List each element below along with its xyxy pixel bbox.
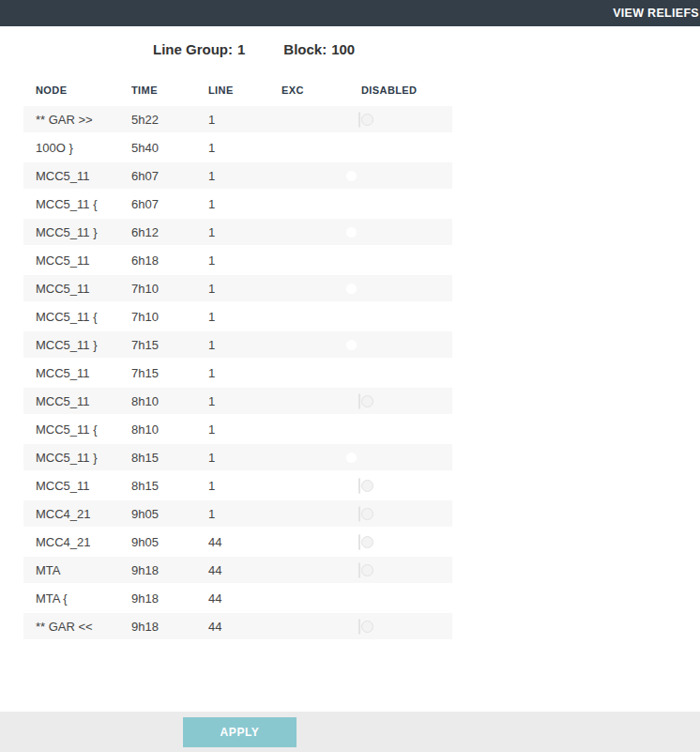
line-cell: 44 — [208, 563, 282, 577]
time-cell: 6h07 — [131, 169, 208, 183]
line-cell: 1 — [208, 113, 282, 127]
disabled-toggle[interactable] — [358, 478, 360, 494]
node-cell: MCC4_21 — [36, 507, 131, 521]
disabled-toggle[interactable] — [358, 506, 360, 522]
disabled-toggle[interactable] — [358, 534, 360, 550]
apply-button[interactable]: APPLY — [183, 717, 297, 747]
line-cell: 1 — [208, 141, 282, 155]
block-value: 100 — [331, 41, 355, 57]
node-cell: MCC5_11 } — [36, 338, 131, 352]
table-row: 100O } 5h40 1 — [23, 134, 452, 161]
line-cell: 1 — [208, 197, 282, 211]
table-row: MCC5_11 } 7h15 1 — [23, 331, 452, 358]
time-cell: 8h10 — [131, 422, 208, 437]
time-cell: 5h22 — [131, 113, 208, 127]
time-cell: 6h07 — [131, 197, 208, 211]
line-cell: 44 — [208, 591, 282, 606]
table-header-row: NODE TIME LINE EXC DISABLED — [23, 84, 452, 106]
disabled-toggle[interactable] — [358, 562, 360, 578]
table-row: ** GAR >> 5h22 1 — [23, 106, 452, 132]
time-cell: 6h18 — [131, 253, 208, 268]
line-cell: 1 — [208, 338, 282, 352]
line-cell: 1 — [208, 282, 282, 296]
table-row: MCC5_11 7h15 1 — [23, 360, 452, 386]
node-cell: MCC5_11 { — [36, 310, 131, 324]
table-row: MCC4_21 9h05 1 — [23, 500, 452, 527]
table-row: MCC5_11 { 8h10 1 — [23, 416, 452, 442]
time-cell: 9h05 — [131, 507, 208, 521]
line-cell: 1 — [208, 253, 282, 268]
time-cell: 7h10 — [131, 282, 208, 296]
line-cell: 44 — [208, 535, 282, 549]
subheader: Line Group: 1 Block: 100 — [153, 41, 700, 57]
column-header-time: TIME — [131, 84, 208, 96]
node-cell: MCC5_11 — [36, 394, 131, 408]
view-reliefs-button[interactable]: VIEW RELIEFS — [613, 7, 699, 20]
time-cell: 6h12 — [131, 225, 208, 239]
line-cell: 44 — [208, 620, 282, 634]
footer-bar: APPLY — [0, 712, 700, 752]
node-cell: ** GAR >> — [36, 113, 131, 127]
time-cell: 9h18 — [131, 563, 208, 577]
line-cell: 1 — [208, 507, 282, 521]
line-cell: 1 — [208, 479, 282, 493]
table-row: MCC5_11 6h18 1 — [23, 247, 452, 273]
column-header-line: LINE — [208, 84, 282, 96]
table-body: ** GAR >> 5h22 1 100O } 5h40 1 MCC5_11 6… — [23, 106, 452, 639]
line-cell: 1 — [208, 366, 282, 380]
table-row: MCC5_11 6h07 1 — [23, 162, 452, 189]
table-row: MTA { 9h18 44 — [23, 585, 452, 611]
schedule-table: NODE TIME LINE EXC DISABLED ** GAR >> 5h… — [23, 84, 452, 639]
table-row: MCC5_11 { 6h07 1 — [23, 191, 452, 217]
node-cell: MTA — [36, 563, 131, 577]
line-cell: 1 — [208, 310, 282, 324]
node-cell: MCC5_11 { — [36, 422, 131, 437]
table-row: MCC5_11 } 6h12 1 — [23, 219, 452, 245]
table-row: MCC4_21 9h05 44 — [23, 529, 452, 555]
time-cell: 9h05 — [131, 535, 208, 549]
line-group-field: Line Group: 1 — [153, 41, 245, 57]
node-cell: MCC4_21 — [36, 535, 131, 549]
top-bar: VIEW RELIEFS — [0, 0, 700, 26]
node-cell: MCC5_11 } — [36, 225, 131, 239]
table-row: ** GAR << 9h18 44 — [23, 613, 452, 639]
time-cell: 8h15 — [131, 451, 208, 465]
table-row: MCC5_11 { 7h10 1 — [23, 303, 452, 330]
node-cell: 100O } — [36, 141, 131, 155]
line-cell: 1 — [208, 169, 282, 183]
node-cell: MCC5_11 — [36, 479, 131, 493]
time-cell: 9h18 — [131, 620, 208, 634]
node-cell: MCC5_11 — [36, 253, 131, 268]
disabled-toggle[interactable] — [358, 393, 360, 409]
block-field: Block: 100 — [283, 41, 355, 57]
node-cell: MCC5_11 — [36, 366, 131, 380]
table-row: MCC5_11 8h15 1 — [23, 472, 452, 499]
line-cell: 1 — [208, 451, 282, 465]
node-cell: MCC5_11 — [36, 169, 131, 183]
time-cell: 5h40 — [131, 141, 208, 155]
column-header-exc: EXC — [282, 84, 361, 96]
line-cell: 1 — [208, 422, 282, 437]
column-header-node: NODE — [36, 84, 131, 96]
line-cell: 1 — [208, 394, 282, 408]
time-cell: 7h15 — [131, 338, 208, 352]
time-cell: 8h10 — [131, 394, 208, 408]
node-cell: ** GAR << — [36, 620, 131, 634]
time-cell: 8h15 — [131, 479, 208, 493]
page: VIEW RELIEFS Line Group: 1 Block: 100 NO… — [0, 0, 700, 752]
line-group-value: 1 — [237, 41, 245, 57]
node-cell: MCC5_11 — [36, 282, 131, 296]
node-cell: MCC5_11 } — [36, 451, 131, 465]
line-cell: 1 — [208, 225, 282, 239]
node-cell: MTA { — [36, 591, 131, 606]
node-cell: MCC5_11 { — [36, 197, 131, 211]
column-header-disabled: DISABLED — [361, 84, 452, 96]
time-cell: 7h10 — [131, 310, 208, 324]
block-label: Block: — [283, 41, 327, 57]
table-row: MCC5_11 7h10 1 — [23, 275, 452, 301]
table-row: MTA 9h18 44 — [23, 557, 452, 583]
time-cell: 7h15 — [131, 366, 208, 380]
disabled-toggle[interactable] — [358, 112, 360, 128]
disabled-toggle[interactable] — [358, 619, 360, 635]
time-cell: 9h18 — [131, 591, 208, 606]
